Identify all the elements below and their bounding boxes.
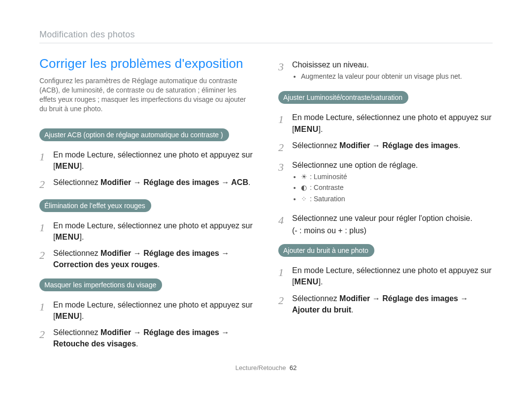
step-text: Sélectionnez Modifier → Réglage des imag…: [53, 247, 254, 271]
page-number: 62: [290, 364, 297, 371]
text: Sélectionnez: [53, 249, 100, 257]
step-text: Sélectionnez Modifier → Réglage des imag…: [53, 177, 254, 189]
step-number: 1: [39, 149, 53, 165]
text: : Luminosité: [310, 173, 347, 181]
footer: Lecture/Retouche 62: [39, 364, 493, 371]
acb-step-1: 1 En mode Lecture, sélectionnez une phot…: [39, 149, 254, 173]
text: .: [351, 306, 353, 314]
page: Modification des photos Corriger les pro…: [0, 0, 532, 386]
step-number: 1: [39, 299, 53, 315]
bcs-step-1: 1 En mode Lecture, sélectionnez une phot…: [278, 112, 493, 135]
footer-section: Lecture/Retouche: [235, 364, 286, 371]
text: Sélectionnez: [53, 328, 100, 337]
step-text: Sélectionnez Modifier → Réglage des imag…: [53, 327, 254, 350]
step-number: 1: [278, 265, 292, 280]
text: : Saturation: [310, 195, 345, 203]
contrast-icon: ◐: [301, 183, 310, 192]
menu-button-label: MENU: [55, 312, 79, 320]
step-text: Sélectionnez Modifier → Réglage des imag…: [292, 293, 493, 316]
step-number: 2: [278, 293, 292, 308]
step-number: 2: [39, 327, 53, 342]
step-number: 1: [39, 220, 53, 236]
bullet-item: Augmentez la valeur pour obtenir un visa…: [301, 71, 493, 81]
text: .: [248, 178, 250, 186]
text: .: [136, 339, 138, 348]
text: ].: [319, 125, 323, 133]
step-number: 1: [278, 112, 292, 127]
option-saturation: ⁘: Saturation: [301, 194, 493, 204]
breadcrumb: Modification des photos: [39, 30, 493, 43]
face-step-3: 3 Choisissez un niveau. Augmentez la val…: [278, 59, 493, 84]
noise-step-2: 2 Sélectionnez Modifier → Réglage des im…: [278, 293, 493, 316]
text: ].: [80, 233, 84, 241]
step-text: En mode Lecture, sélectionnez une photo …: [53, 220, 254, 244]
step-text: Choisissez un niveau. Augmentez la valeu…: [292, 59, 493, 84]
menu-button-label: MENU: [55, 233, 79, 241]
step-text: En mode Lecture, sélectionnez une photo …: [292, 112, 493, 135]
step-text: Sélectionnez Modifier → Réglage des imag…: [292, 140, 493, 152]
step-number: 3: [278, 159, 292, 175]
page-title: Corriger les problèmes d'exposition: [39, 56, 254, 71]
face-step-1: 1 En mode Lecture, sélectionnez une phot…: [39, 299, 254, 323]
menu-button-label: MENU: [294, 125, 318, 133]
menu-button-label: MENU: [55, 162, 79, 170]
step-text: En mode Lecture, sélectionnez une photo …: [53, 149, 254, 173]
step-text: En mode Lecture, sélectionnez une photo …: [292, 265, 493, 288]
section-noise-title: Ajouter du bruit à une photo: [278, 244, 374, 257]
text: Sélectionnez une valeur pour régler l'op…: [292, 213, 493, 224]
face-step-2: 2 Sélectionnez Modifier → Réglage des im…: [39, 327, 254, 350]
bcs-step-4: 4 Sélectionnez une valeur pour régler l'…: [278, 213, 493, 237]
text: ].: [80, 312, 84, 320]
brightness-icon: ☀: [301, 172, 310, 182]
menu-path: Modifier → Réglage des images: [339, 141, 458, 150]
redeye-step-1: 1 En mode Lecture, sélectionnez une phot…: [39, 220, 254, 244]
two-column-layout: Corriger les problèmes d'exposition Conf…: [39, 56, 493, 354]
intro-text: Configurez les paramètres de Réglage aut…: [39, 76, 254, 114]
text: : Contraste: [310, 184, 343, 191]
step-text: Sélectionnez une valeur pour régler l'op…: [292, 213, 493, 237]
text: .: [458, 141, 460, 150]
text: (- : moins ou + : plus): [292, 225, 493, 236]
text: ].: [319, 278, 323, 286]
step-text: En mode Lecture, sélectionnez une photo …: [53, 299, 254, 323]
section-face-title: Masquer les imperfections du visage: [39, 278, 162, 291]
text: Choisissez un niveau.: [292, 59, 493, 70]
bcs-step-3: 3 Sélectionnez une option de réglage. ☀:…: [278, 159, 493, 209]
section-bcs-title: Ajuster Luminosité/contraste/saturation: [278, 91, 408, 104]
menu-button-label: MENU: [294, 278, 318, 286]
bcs-step-2: 2 Sélectionnez Modifier → Réglage des im…: [278, 140, 493, 155]
option-contrast: ◐: Contraste: [301, 183, 493, 192]
step-number: 4: [278, 213, 292, 228]
redeye-step-2: 2 Sélectionnez Modifier → Réglage des im…: [39, 247, 254, 271]
step-number: 2: [278, 140, 292, 155]
saturation-icon: ⁘: [301, 194, 310, 204]
text: ].: [80, 162, 84, 170]
step-text: Sélectionnez une option de réglage. ☀: L…: [292, 159, 493, 209]
text: Sélectionnez: [53, 178, 100, 186]
step-number: 3: [278, 59, 292, 75]
text: .: [158, 260, 160, 269]
step-number: 2: [39, 247, 53, 263]
left-column: Corriger les problèmes d'exposition Conf…: [39, 56, 254, 354]
section-redeye-title: Élimination de l'effet yeux rouges: [39, 199, 151, 212]
text: Sélectionnez une option de réglage.: [292, 159, 493, 171]
acb-step-2: 2 Sélectionnez Modifier → Réglage des im…: [39, 177, 254, 192]
menu-path: Modifier → Réglage des images → ACB: [100, 178, 248, 186]
step-number: 2: [39, 177, 53, 192]
text: Sélectionnez: [292, 294, 339, 303]
noise-step-1: 1 En mode Lecture, sélectionnez une phot…: [278, 265, 493, 288]
section-acb-title: Ajuster ACB (option de réglage automatiq…: [39, 128, 229, 141]
text: Sélectionnez: [292, 141, 339, 150]
option-brightness: ☀: Luminosité: [301, 172, 493, 182]
right-column: 3 Choisissez un niveau. Augmentez la val…: [278, 56, 493, 354]
